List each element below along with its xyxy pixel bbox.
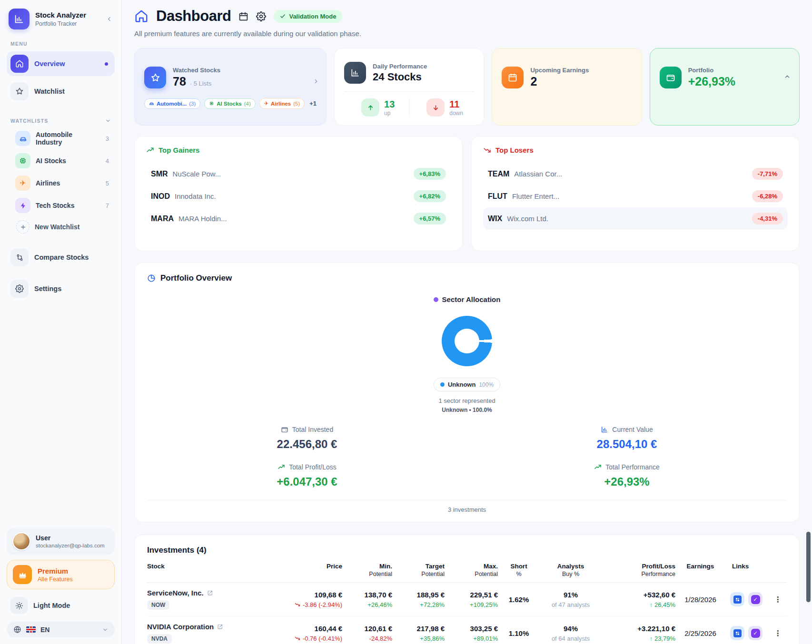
grid-icon bbox=[735, 597, 740, 602]
plus-icon bbox=[16, 220, 30, 234]
price-value: 109,68 € bbox=[266, 591, 342, 599]
new-watchlist-button[interactable]: New Watchlist bbox=[7, 218, 115, 236]
dashboard-home-icon bbox=[134, 9, 149, 23]
stock-name: MARA Holdin... bbox=[178, 215, 414, 223]
app-subtitle: Portfolio Tracker bbox=[35, 20, 100, 27]
upcoming-earnings-card[interactable]: Upcoming Earnings 2 bbox=[492, 48, 642, 126]
watchlist-count: 7 bbox=[106, 202, 109, 209]
stock-name: Atlassian Cor... bbox=[514, 170, 752, 178]
investment-row[interactable]: ServiceNow, Inc. NOW 109,68 € -3.86 (-2.… bbox=[147, 583, 787, 616]
chevron-up-icon[interactable] bbox=[784, 73, 791, 80]
car-icon bbox=[149, 101, 154, 106]
stock-name: NVIDIA Corporation bbox=[147, 623, 214, 631]
chevron-down-icon[interactable] bbox=[105, 118, 111, 124]
portfolio-card[interactable]: Portfolio +26,93% bbox=[650, 48, 800, 126]
stock-name: NuScale Pow... bbox=[173, 170, 414, 178]
short-percent: 1.10% bbox=[498, 629, 540, 637]
loser-row[interactable]: TEAM Atlassian Cor... -7,71% bbox=[483, 163, 788, 185]
sidebar-item-ai-stocks[interactable]: AI Stocks 4 bbox=[7, 151, 115, 171]
verified-link-button[interactable]: ✓ bbox=[748, 626, 762, 640]
premium-banner[interactable]: Premium Alle Features bbox=[7, 560, 115, 589]
user-email: stockanalyzer@qp-labs.com bbox=[36, 543, 105, 548]
portfolio-overview-title: Portfolio Overview bbox=[160, 273, 232, 283]
stat-value: 24 Stocks bbox=[373, 71, 422, 83]
analysts-buy-pct: 94% bbox=[540, 624, 602, 633]
plane-icon: ✈ bbox=[264, 100, 268, 107]
stock-name: ServiceNow, Inc. bbox=[147, 589, 204, 597]
watchlist-tag-automobile[interactable]: Automobi...(3) bbox=[144, 98, 200, 109]
donut-legend-item[interactable]: Unknown 100% bbox=[434, 378, 500, 391]
chevron-right-icon[interactable] bbox=[313, 78, 319, 85]
top-losers-title: Top Losers bbox=[495, 146, 534, 154]
sidebar-item-automobile-industry[interactable]: Automobile Industry 3 bbox=[7, 128, 115, 148]
trend-up-icon bbox=[146, 146, 154, 154]
change-badge: -7,71% bbox=[752, 168, 783, 180]
vertical-scrollbar-thumb[interactable] bbox=[806, 532, 811, 602]
change-badge: -6,28% bbox=[752, 190, 783, 202]
row-menu-icon[interactable]: ⋮ bbox=[771, 632, 785, 634]
external-link-icon[interactable] bbox=[207, 590, 213, 596]
max-potential-pct: +109,25% bbox=[445, 601, 498, 608]
watchlist-tag-ai-stocks[interactable]: AI Stocks(4) bbox=[204, 98, 255, 109]
target-potential-value: 188,95 € bbox=[392, 591, 445, 599]
max-potential-value: 229,51 € bbox=[445, 591, 498, 599]
chart-link-button[interactable] bbox=[730, 626, 744, 640]
row-menu-icon[interactable]: ⋮ bbox=[771, 598, 785, 601]
total-invested-value: 22.456,80 € bbox=[147, 438, 467, 451]
sidebar-item-overview[interactable]: Overview bbox=[7, 51, 115, 76]
ticker-badge: NVDA bbox=[147, 634, 172, 644]
globe-icon bbox=[13, 625, 21, 634]
chevron-down-icon bbox=[102, 627, 108, 633]
menu-section-label: MENU bbox=[10, 41, 111, 47]
gainer-row[interactable]: MARA MARA Holdin... +6,57% bbox=[146, 207, 451, 230]
change-badge: +6,82% bbox=[414, 190, 446, 202]
analysts-buy-pct: 91% bbox=[540, 591, 602, 599]
stock-ticker: INOD bbox=[151, 192, 170, 201]
sidebar-collapse-icon[interactable] bbox=[106, 16, 113, 22]
trend-up-icon bbox=[594, 463, 602, 471]
verified-link-button[interactable]: ✓ bbox=[748, 592, 762, 606]
sector-allocation-title: Sector Allocation bbox=[442, 295, 501, 303]
chart-link-button[interactable] bbox=[730, 592, 744, 606]
loser-row[interactable]: WIX Wix.com Ltd. -4,31% bbox=[483, 207, 788, 230]
light-mode-toggle[interactable]: Light Mode bbox=[7, 594, 115, 617]
sun-icon bbox=[10, 597, 28, 614]
stock-name: Wix.com Ltd. bbox=[507, 215, 752, 223]
daily-performance-card[interactable]: Daily Performance 24 Stocks 13 up bbox=[334, 48, 484, 126]
settings-icon[interactable] bbox=[256, 11, 266, 21]
gainer-row[interactable]: INOD Innodata Inc. +6,82% bbox=[146, 185, 451, 207]
top-gainers-card: Top Gainers SMR NuScale Pow... +6,83% IN… bbox=[134, 136, 463, 251]
watchlist-count: 3 bbox=[106, 135, 109, 142]
home-icon bbox=[10, 55, 29, 73]
gainer-row[interactable]: SMR NuScale Pow... +6,83% bbox=[146, 163, 451, 185]
calendar-icon[interactable] bbox=[238, 11, 248, 21]
external-link-icon[interactable] bbox=[217, 624, 223, 630]
stocks-up-label: up bbox=[384, 110, 395, 117]
watched-stocks-card[interactable]: Watched Stocks 78· 5 Lists Automobi...(3… bbox=[134, 48, 327, 126]
ticker-badge: NOW bbox=[147, 600, 169, 610]
sidebar-item-label: Watchlist bbox=[34, 88, 65, 95]
investment-row[interactable]: NVIDIA Corporation NVDA 160,44 € -0.76 (… bbox=[147, 616, 787, 644]
loser-row[interactable]: FLUT Flutter Entert... -6,28% bbox=[483, 185, 788, 207]
user-name: User bbox=[36, 534, 105, 542]
sidebar-item-airlines[interactable]: ✈ Airlines 5 bbox=[7, 173, 115, 193]
watchlist-tag-airlines[interactable]: ✈ Airlines(5) bbox=[259, 98, 305, 109]
compare-icon bbox=[10, 248, 29, 266]
sidebar-item-settings[interactable]: Settings bbox=[7, 276, 115, 301]
top-gainers-title: Top Gainers bbox=[158, 146, 199, 154]
current-value: 28.504,10 € bbox=[467, 438, 787, 451]
sidebar-item-tech-stocks[interactable]: Tech Stocks 7 bbox=[7, 195, 115, 215]
watchlist-label: Airlines bbox=[36, 179, 100, 187]
stat-value: 2 bbox=[530, 75, 537, 88]
pie-chart-icon bbox=[147, 274, 156, 283]
star-icon bbox=[144, 67, 166, 88]
sidebar-item-watchlist[interactable]: Watchlist bbox=[7, 79, 115, 104]
sidebar-item-compare-stocks[interactable]: Compare Stocks bbox=[7, 245, 115, 270]
wallet-icon bbox=[281, 426, 288, 433]
user-card[interactable]: User stockanalyzer@qp-labs.com bbox=[7, 527, 115, 555]
chip-icon bbox=[209, 101, 214, 106]
active-indicator-dot bbox=[105, 62, 108, 66]
language-selector[interactable]: EN bbox=[7, 622, 115, 637]
watchlist-count: 4 bbox=[106, 157, 109, 165]
sidebar-item-label: Settings bbox=[34, 285, 61, 293]
